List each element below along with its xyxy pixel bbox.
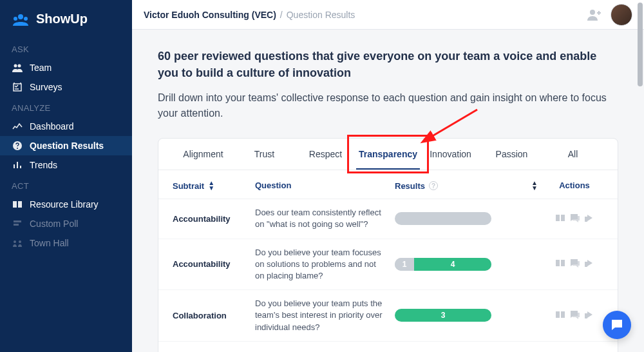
sidebar-item-trends[interactable]: Trends [0,155,132,175]
help-icon[interactable]: ? [429,181,438,190]
share-action-icon[interactable] [583,259,594,269]
brand: ShowUp [0,8,132,38]
sidebar-item-label: Dashboard [30,121,74,132]
sidebar-item-surveys[interactable]: Surveys [0,77,132,97]
tab-respect[interactable]: Respect [295,139,356,170]
townhall-icon [12,239,23,248]
svg-point-3 [14,64,17,68]
tab-alignment[interactable]: Alignment [173,139,234,170]
svg-point-1 [14,17,17,21]
tabs-bar: AlignmentTrustRespectTransparencyInnovat… [158,139,618,170]
svg-point-11 [590,10,595,15]
book-icon [12,200,23,209]
cell-results: 3 [395,309,524,322]
table-header: Subtrait ▲▼ Question Results ? ▲▼ Action… [158,170,618,199]
comment-action-icon[interactable] [569,259,580,269]
scrollbar[interactable] [638,0,643,352]
sidebar-item-label: Team [30,63,52,73]
table-row: AccountabilityDo you believe your team f… [158,239,618,291]
result-bar: 3 [395,309,491,322]
col-header-actions: Actions [545,181,603,191]
tab-trust[interactable]: Trust [234,139,295,170]
topbar: Victor Eduoh Consulting (VEC) / Question… [132,0,644,30]
col-header-subtrait[interactable]: Subtrait ▲▼ [173,181,250,191]
sidebar-item-question-results[interactable]: Question Results [0,136,132,155]
cell-results: 14 [395,258,524,271]
sidebar-item-label: Custom Poll [30,219,78,229]
tab-all[interactable]: All [542,139,603,170]
sort-icon[interactable]: ▲▼ [208,181,214,191]
sidebar-item-custom-poll[interactable]: Custom Poll [0,214,132,233]
comment-action-icon[interactable] [569,310,580,321]
sidebar-item-dashboard[interactable]: Dashboard [0,117,132,136]
sidebar-item-label: Surveys [30,82,62,92]
annotation-arrow [422,106,480,145]
cell-question: Do you feel supported in being fully hon… [250,349,395,352]
svg-point-0 [18,14,23,19]
question-icon [12,141,23,151]
team-icon [12,63,23,72]
trends-icon [12,161,23,170]
table-row: CollaborationDo you feel supported in be… [158,342,618,352]
share-action-icon[interactable] [583,310,594,321]
tab-passion[interactable]: Passion [481,139,542,170]
result-bar [395,212,491,225]
share-action-icon[interactable] [583,213,594,224]
breadcrumb-page: Question Results [287,10,355,20]
result-bar: 14 [395,258,491,271]
dashboard-icon [12,122,23,131]
sidebar: ShowUp ASKTeamSurveysANALYZEDashboardQue… [0,0,132,352]
poll-icon [12,219,23,228]
col-header-results[interactable]: Results ? [395,181,524,191]
comment-action-icon[interactable] [569,213,580,224]
book-action-icon[interactable] [555,259,565,269]
sidebar-item-label: Trends [30,160,57,170]
brand-icon [12,13,30,26]
cell-actions [545,259,603,269]
sidebar-section-label: ANALYZE [0,97,132,117]
svg-point-9 [14,240,16,243]
svg-rect-8 [14,224,19,226]
cell-actions [545,310,603,321]
cell-subtrait: Collaboration [173,311,250,320]
cell-subtrait: Accountability [173,214,250,224]
surveys-icon [12,83,23,92]
sidebar-section-label: ASK [0,38,132,58]
svg-point-2 [24,17,28,21]
chat-fab[interactable] [603,311,631,339]
col-header-sort[interactable]: ▲▼ [524,181,545,191]
breadcrumb-org[interactable]: Victor Eduoh Consulting (VEC) [144,10,276,20]
book-action-icon[interactable] [555,310,565,321]
sidebar-item-label: Question Results [30,141,104,151]
svg-line-12 [430,110,477,137]
page-title: 60 peer reviewed questions that give eve… [158,48,618,81]
content: 60 peer reviewed questions that give eve… [132,30,644,352]
sidebar-item-team[interactable]: Team [0,58,132,77]
sidebar-item-label: Town Hall [30,238,69,248]
sidebar-item-resource-library[interactable]: Resource Library [0,195,132,214]
svg-rect-7 [14,220,21,222]
book-action-icon[interactable] [555,213,565,224]
table-row: AccountabilityDoes our team consistently… [158,199,618,239]
cell-subtrait: Accountability [173,259,250,269]
table-row: CollaborationDo you believe your team pu… [158,290,618,342]
cell-question: Does our team consistently reflect on "w… [250,207,395,230]
cell-results [395,212,524,225]
tab-transparency[interactable]: Transparency [356,139,420,170]
sort-icon: ▲▼ [531,181,538,191]
sidebar-item-label: Resource Library [30,199,99,210]
svg-point-6 [17,148,18,149]
add-user-icon[interactable] [587,9,601,21]
cell-question: Do you believe your team puts the team's… [250,298,395,333]
results-panel: AlignmentTrustRespectTransparencyInnovat… [158,138,618,352]
cell-actions [545,213,603,224]
svg-point-10 [19,240,21,243]
sidebar-item-town-hall[interactable]: Town Hall [0,233,132,253]
avatar[interactable] [611,4,632,26]
svg-point-4 [18,64,21,68]
page-subtitle: Drill down into your teams' collective r… [158,90,618,121]
sidebar-section-label: ACT [0,175,132,195]
col-header-question[interactable]: Question [250,181,395,191]
brand-name: ShowUp [36,12,88,26]
cell-question: Do you believe your team focuses on solu… [250,247,395,282]
